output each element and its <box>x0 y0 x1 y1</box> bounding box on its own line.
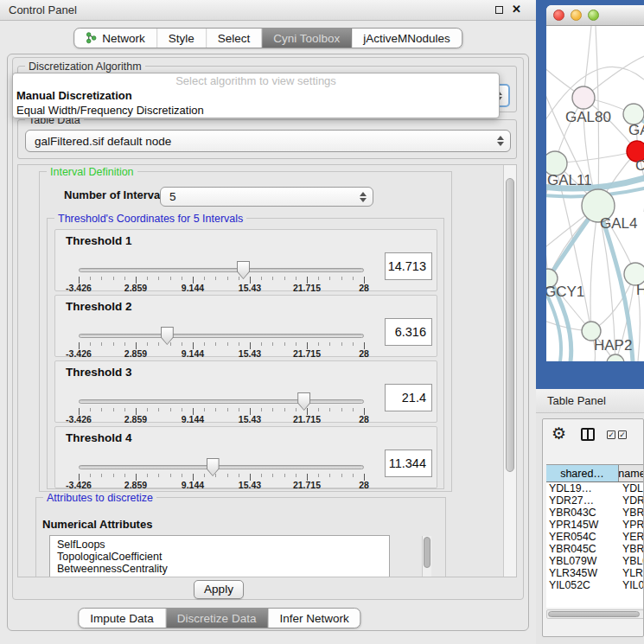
network-edge <box>590 206 598 331</box>
threshold-slider-track[interactable] <box>79 465 364 469</box>
column-header-name[interactable]: name <box>619 465 644 481</box>
attribute-item-selfloops[interactable]: SelfLoops <box>57 539 389 551</box>
table-row[interactable]: YDL19…YDL19 <box>546 482 644 494</box>
table-row[interactable]: YDR27…YDR27 <box>546 494 644 507</box>
threshold-value-field[interactable]: 21.4 <box>385 384 432 411</box>
table-row[interactable]: YLR345WYLR345W <box>546 567 644 579</box>
slider-tick <box>90 474 91 477</box>
threshold-slider-track[interactable] <box>79 268 364 272</box>
slider-tick <box>90 342 91 346</box>
attributes-list-scrollbar[interactable] <box>422 536 431 577</box>
slider-tick <box>101 474 102 477</box>
slider-tick <box>272 342 273 346</box>
threshold-slider-track[interactable] <box>79 399 364 404</box>
slider-tick <box>353 277 354 280</box>
table-horizontal-scrollbar[interactable] <box>546 609 644 619</box>
number-of-intervals-combobox[interactable]: 5 <box>160 187 373 207</box>
table-cell: YBL079W <box>546 555 619 567</box>
network-node-gal80[interactable] <box>572 86 595 109</box>
slider-tick <box>227 277 228 280</box>
checkbox-icon[interactable]: ✓ <box>618 430 627 439</box>
close-traffic-light-icon[interactable] <box>553 10 564 21</box>
table-row[interactable]: YPR145WYPR145W <box>546 519 644 531</box>
dropdown-option-equal-width-frequency-discretization[interactable]: Equal Width/Frequency Discretization <box>13 103 499 118</box>
numerical-attributes-label: Numerical Attributes <box>42 518 152 531</box>
table-row[interactable]: YBR045CYBR045C <box>546 543 644 555</box>
dropdown-option-manual-discretization[interactable]: Manual Discretization <box>13 88 499 103</box>
minimize-traffic-light-icon[interactable] <box>571 10 582 21</box>
table-row[interactable]: YBL079WYBL079W <box>546 555 644 567</box>
slider-tick <box>318 277 319 280</box>
tab-impute-data[interactable]: Impute Data <box>79 609 166 628</box>
threshold-value-field[interactable]: 11.344 <box>385 450 432 477</box>
slider-tick <box>353 408 354 411</box>
table-cell: YLR345W <box>546 567 619 579</box>
tab-infer-network[interactable]: Infer Network <box>268 609 360 628</box>
attribute-item-topologicalcoefficient[interactable]: TopologicalCoefficient <box>57 551 389 563</box>
slider-tick <box>90 277 91 280</box>
slider-scale-label: 2.859 <box>118 283 153 293</box>
gear-icon[interactable]: ⚙ <box>552 424 566 443</box>
bottom-tab-bar: Impute DataDiscretize DataInfer Network <box>78 608 360 628</box>
network-node-label: GAL4 <box>600 215 637 232</box>
threshold-value-field[interactable]: 6.316 <box>385 318 432 346</box>
settings-scrollbar-thumb[interactable] <box>506 178 514 472</box>
slider-tick <box>341 408 342 411</box>
network-node[interactable] <box>607 354 624 361</box>
table-data-combobox[interactable]: galFiltered.sif default node <box>25 130 511 152</box>
table-header-row: shared…name <box>546 464 644 482</box>
slider-tick <box>124 277 125 280</box>
dropdown-options: Manual DiscretizationEqual Width/Frequen… <box>13 88 499 118</box>
table-cell: YER054C <box>619 531 644 543</box>
tab-select[interactable]: Select <box>207 29 263 48</box>
settings-vertical-scrollbar[interactable] <box>503 165 516 577</box>
slider-tick <box>227 408 228 411</box>
threshold-slider-track[interactable] <box>79 334 364 338</box>
table-row[interactable]: YBR043CYBR043C <box>546 507 644 519</box>
attribute-item-betweennesscentrality[interactable]: BetweennessCentrality <box>57 563 389 575</box>
threshold-slider-handle[interactable] <box>207 458 220 476</box>
table-row[interactable]: YIL052CYIL052C <box>546 579 644 591</box>
threshold-1-panel: Threshold 1-3.4262.8599.14415.4321.71528… <box>54 229 437 291</box>
tab-label: jActiveMNodules <box>363 32 450 45</box>
float-window-icon[interactable] <box>495 6 503 14</box>
threshold-4-panel: Threshold 4-3.4262.8599.14415.4321.71528… <box>54 426 437 488</box>
tab-style[interactable]: Style <box>157 29 207 48</box>
slider-scale-label: 21.715 <box>290 414 324 424</box>
network-window-titlebar[interactable] <box>546 5 644 26</box>
threshold-label: Threshold 1 <box>66 234 132 247</box>
slider-tick <box>341 277 342 280</box>
slider-tick <box>170 277 171 280</box>
numerical-attributes-list[interactable]: SelfLoopsTopologicalCoefficientBetweenne… <box>49 535 390 577</box>
attributes-scrollbar-thumb[interactable] <box>424 537 430 568</box>
network-node-label: H <box>636 282 644 298</box>
slider-tick <box>318 474 319 477</box>
slider-tick <box>158 408 159 411</box>
slider-tick <box>353 342 354 346</box>
tab-network[interactable]: Network <box>74 29 157 48</box>
slider-tick <box>341 474 342 477</box>
apply-button[interactable]: Apply <box>194 580 244 599</box>
slider-tick <box>329 342 330 346</box>
table-hscrollbar-thumb[interactable] <box>548 611 640 617</box>
tab-cyni-toolbox[interactable]: Cyni Toolbox <box>262 29 352 48</box>
close-icon[interactable]: ✕ <box>512 3 521 16</box>
table-cell: YBR043C <box>546 507 619 519</box>
threshold-slider-handle[interactable] <box>297 392 310 411</box>
table-row[interactable]: YER054CYER054C <box>546 531 644 543</box>
network-node-label: HAP2 <box>594 337 632 354</box>
checkbox-icon[interactable]: ✓ <box>607 430 615 439</box>
columns-icon[interactable] <box>581 428 595 441</box>
zoom-traffic-light-icon[interactable] <box>588 10 599 21</box>
network-icon <box>86 32 97 44</box>
column-header-shared[interactable]: shared… <box>546 465 619 481</box>
tab-discretize-data[interactable]: Discretize Data <box>166 609 269 628</box>
threshold-slider-handle[interactable] <box>161 327 174 345</box>
table-cell: YDR27 <box>619 494 644 507</box>
thresholds-group: Threshold's Coordinates for 5 Intervals … <box>47 218 444 489</box>
network-canvas[interactable]: GAL80GACGAL11GAL4GCY1HHAP2 <box>546 26 644 361</box>
threshold-value-field[interactable]: 14.713 <box>385 252 432 280</box>
tab-jactivemnodules[interactable]: jActiveMNodules <box>352 29 462 48</box>
slider-tick <box>329 277 330 280</box>
slider-scale-label: 15.43 <box>233 348 267 359</box>
